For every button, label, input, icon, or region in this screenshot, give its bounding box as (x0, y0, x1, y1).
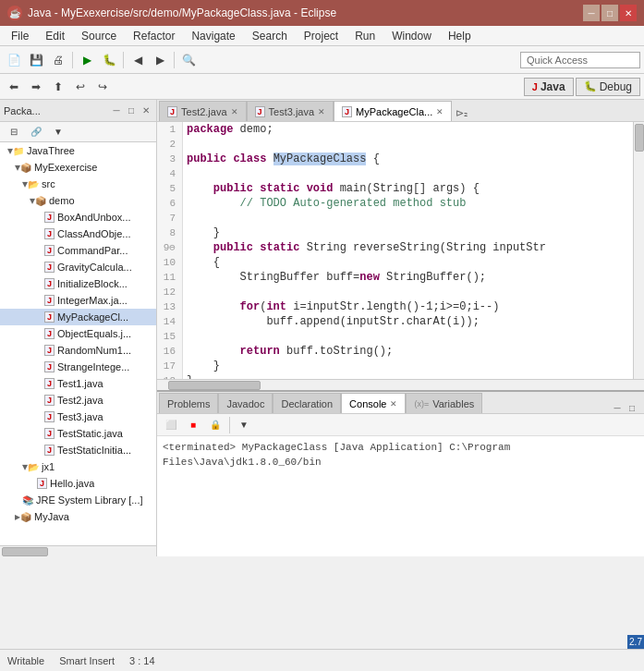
maximize-button[interactable]: □ (601, 5, 618, 21)
menu-run[interactable]: Run (347, 28, 383, 44)
tab-mypackageclass[interactable]: J MyPackageCla... ✕ (334, 101, 452, 121)
menu-source[interactable]: Source (74, 28, 124, 44)
tree-item-jx1[interactable]: ▾ 📂 jx1 (0, 458, 156, 475)
java-perspective-button[interactable]: J Java (524, 78, 574, 96)
app-icon: ☕ (7, 6, 22, 20)
view-menu-button[interactable]: ▼ (48, 122, 68, 142)
minimize-panel-button[interactable]: ─ (110, 105, 123, 116)
code-editor[interactable]: 1 2 3 4 5 6 7 8 9⊖ 10 11 12 13 14 15 16 (157, 122, 644, 390)
tab-overflow-button[interactable]: ⊳₂ (452, 105, 471, 121)
tree-item-intmax[interactable]: J IntegerMax.ja... (0, 292, 156, 309)
tb2-btn2[interactable]: ➡ (26, 77, 46, 97)
menu-refactor[interactable]: Refactor (126, 28, 182, 44)
tb2-btn1[interactable]: ⬅ (4, 77, 24, 97)
code-area[interactable]: package demo; public class MyPackageClas… (183, 122, 633, 379)
code-line-15 (187, 329, 633, 344)
tb2-btn5[interactable]: ↪ (92, 77, 113, 97)
scrollbar-thumb[interactable] (635, 124, 644, 152)
vertical-scrollbar[interactable] (633, 122, 644, 379)
tree-label: Test2.java (57, 395, 103, 406)
tree-item-hello[interactable]: J Hello.java (0, 475, 156, 492)
scrollbar-h-thumb[interactable] (168, 381, 261, 390)
java-file-icon: J (44, 395, 55, 406)
tree-label: Hello.java (50, 478, 94, 489)
tab-test2[interactable]: J Test2.java ✕ (159, 101, 247, 121)
tree-item-javathree[interactable]: ▾ 📁 JavaThree (0, 142, 156, 159)
tree-label: demo (49, 195, 75, 206)
code-line-9: public static String reverseString(Strin… (187, 240, 633, 255)
debug-run-button[interactable]: 🐛 (99, 50, 119, 70)
tree-label: IntegerMax.ja... (57, 295, 128, 306)
tree-item-gravity[interactable]: J GravityCalcula... (0, 259, 156, 275)
tree-item-jre[interactable]: 📚 JRE System Library [...] (0, 492, 156, 508)
print-button[interactable]: 🖨 (48, 50, 68, 70)
close-tab-icon[interactable]: ✕ (231, 107, 238, 116)
stop-button[interactable]: ■ (183, 415, 203, 435)
clear-console-button[interactable]: ⬜ (161, 415, 181, 435)
editor-h-scrollbar[interactable] (157, 379, 644, 390)
tree-item-classobj[interactable]: J ClassAndObje... (0, 226, 156, 242)
save-button[interactable]: 💾 (26, 50, 46, 70)
console-content: ⬜ ■ 🔒 ▼ <terminated> MyPackageClass [Jav… (157, 414, 644, 556)
forward-button[interactable]: ▶ (150, 50, 170, 70)
menu-edit[interactable]: Edit (38, 28, 72, 44)
scroll-lock-button[interactable]: 🔒 (205, 415, 225, 435)
tree-item-myjava[interactable]: ▸ 📦 MyJava (0, 508, 156, 525)
menu-search[interactable]: Search (245, 28, 295, 44)
back-button[interactable]: ◀ (128, 50, 148, 70)
tab-declaration[interactable]: Declaration (273, 393, 341, 413)
run-button[interactable]: ▶ (77, 50, 97, 70)
console-menu-button[interactable]: ▼ (234, 415, 254, 435)
search-button[interactable]: 🔍 (178, 50, 199, 70)
tb2-btn3[interactable]: ⬆ (48, 77, 68, 97)
tree-item-demo[interactable]: ▾ 📦 demo (0, 192, 156, 209)
debug-perspective-button[interactable]: 🐛 Debug (576, 78, 640, 96)
menu-window[interactable]: Window (384, 28, 439, 44)
tree-item-initblock[interactable]: J InitializeBlock... (0, 275, 156, 292)
debug-icon: 🐛 (584, 80, 597, 92)
tree-item-teststaticin[interactable]: J TestStaticInitia... (0, 442, 156, 458)
tree-item-teststatic[interactable]: J TestStatic.java (0, 425, 156, 442)
tab-variables[interactable]: (x)= Variables (406, 393, 482, 413)
tree-item-test3[interactable]: J Test3.java (0, 409, 156, 425)
close-tab-icon[interactable]: ✕ (390, 399, 397, 409)
maximize-bottom-button[interactable]: □ (626, 403, 638, 413)
tab-console[interactable]: Console ✕ (341, 393, 406, 413)
menu-navigate[interactable]: Navigate (184, 28, 242, 44)
tree-item-commandpar[interactable]: J CommandPar... (0, 242, 156, 259)
tree-item-objequals[interactable]: J ObjectEquals.j... (0, 325, 156, 342)
minimize-bottom-button[interactable]: ─ (611, 403, 624, 413)
code-line-8: } (187, 226, 633, 240)
tree-item-src[interactable]: ▾ 📂 src (0, 176, 156, 192)
menu-help[interactable]: Help (441, 28, 479, 44)
link-editor-button[interactable]: 🔗 (26, 122, 46, 142)
tree-item-myexexercise[interactable]: ▾ 📦 MyExexercise (0, 159, 156, 176)
scrollbar-thumb[interactable] (2, 547, 48, 556)
quick-access-input[interactable]: Quick Access (520, 52, 640, 68)
tree-item-randomnum[interactable]: J RandomNum1... (0, 342, 156, 359)
library-icon: 📚 (22, 495, 33, 506)
close-panel-button[interactable]: ✕ (140, 105, 152, 116)
tab-javadoc[interactable]: Javadoc (218, 393, 273, 413)
tab-problems[interactable]: Problems (159, 393, 218, 413)
maximize-panel-button[interactable]: □ (125, 105, 138, 116)
close-tab-icon[interactable]: ✕ (436, 107, 444, 116)
bottom-panel: Problems Javadoc Declaration Console ✕ (… (157, 390, 644, 556)
tree-item-test2[interactable]: J Test2.java (0, 392, 156, 409)
tab-test3[interactable]: J Test3.java ✕ (247, 101, 334, 121)
collapse-all-button[interactable]: ⊟ (4, 122, 24, 142)
menu-file[interactable]: File (4, 28, 36, 44)
tree-item-mypackageclass[interactable]: J MyPackageCl... (0, 309, 156, 325)
close-button[interactable]: ✕ (620, 5, 637, 21)
status-bar: Writable Smart Insert 3 : 14 (0, 649, 644, 671)
close-tab-icon[interactable]: ✕ (318, 107, 325, 116)
tb2-btn4[interactable]: ↩ (70, 77, 91, 97)
new-button[interactable]: 📄 (4, 50, 24, 70)
tree-item-test1[interactable]: J Test1.java (0, 375, 156, 392)
tree-label: GravityCalcula... (57, 262, 132, 273)
menu-project[interactable]: Project (297, 28, 346, 44)
horizontal-scrollbar[interactable] (0, 545, 156, 556)
minimize-button[interactable]: ─ (583, 5, 600, 21)
tree-item-boxunbox[interactable]: J BoxAndUnbox... (0, 209, 156, 226)
tree-item-strangeinteger[interactable]: J StrangeIntege... (0, 359, 156, 375)
